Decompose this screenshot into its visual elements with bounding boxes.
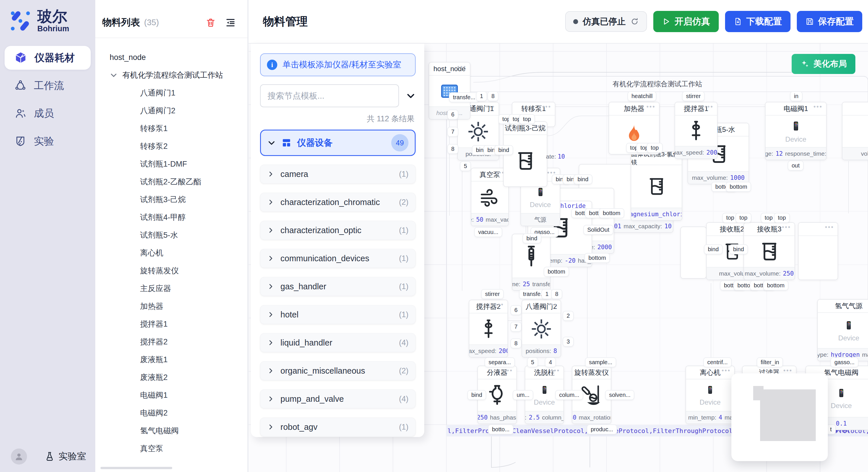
port-pill[interactable]: 5 (528, 358, 538, 367)
minimap[interactable] (732, 373, 828, 461)
template-category-organic-miscellaneous[interactable]: organic_miscellaneous (2) (260, 361, 415, 380)
canvas-node-hidden[interactable] (680, 227, 707, 279)
port-pill[interactable]: bind (730, 245, 747, 254)
tree-item[interactable]: 试剂瓶1-DMF (110, 155, 247, 173)
port-pill[interactable]: top (774, 213, 789, 222)
port-pill[interactable]: stirrer (683, 92, 704, 101)
port-pill[interactable]: produc... (587, 425, 617, 434)
port-pill[interactable]: 3 (563, 337, 573, 346)
search-input[interactable] (260, 84, 399, 107)
port-pill[interactable]: 6 (511, 306, 521, 314)
port-pill[interactable]: 7 (448, 127, 458, 136)
port-pill[interactable]: top (723, 213, 738, 222)
canvas-node-centrifuge[interactable]: 离心机••• Device g:40 min_temp:4 max_spe (685, 366, 735, 424)
node-menu-icon[interactable]: ••• (825, 224, 834, 231)
node-menu-icon[interactable]: ••• (504, 367, 513, 374)
tree-item[interactable]: 废液瓶2 (110, 369, 247, 386)
port-pill[interactable]: bottom (585, 254, 609, 262)
port-pill[interactable]: heatchill (628, 92, 656, 101)
node-menu-icon[interactable]: ••• (646, 103, 656, 110)
sidebar-item-members[interactable]: 成员 (5, 102, 91, 125)
canvas-node-hidden[interactable]: ••• (798, 222, 838, 280)
tree-item[interactable]: 电磁阀2 (110, 404, 247, 422)
sidebar-item-instruments[interactable]: 仪器耗材 (5, 46, 91, 70)
template-category-characterization-optic[interactable]: characterization_optic (1) (260, 221, 415, 240)
port-pill[interactable]: bind (704, 245, 722, 254)
tree-item[interactable]: 八通阀门1 (110, 84, 247, 102)
port-pill[interactable]: 5 (460, 162, 470, 171)
node-menu-icon[interactable]: ••• (813, 103, 823, 110)
port-pill[interactable]: solven... (606, 391, 634, 400)
node-menu-icon[interactable]: ••• (457, 63, 466, 71)
port-pill[interactable]: centrif... (704, 358, 731, 367)
canvas-node-stirrer2[interactable]: 搅拌器2••• max_speed:2000 (469, 300, 508, 358)
node-menu-icon[interactable]: ••• (495, 301, 504, 308)
port-pill[interactable]: top (761, 213, 776, 222)
tree-item[interactable]: 搅拌器2 (110, 333, 247, 351)
port-pill[interactable]: t (827, 425, 835, 434)
sidebar-item-workflow[interactable]: 工作流 (5, 74, 91, 98)
canvas-node-solenoid2[interactable]: voltage:12 (842, 102, 868, 160)
port-pill[interactable]: gasso... (831, 358, 858, 367)
port-pill[interactable]: in (790, 92, 802, 101)
download-config-button[interactable]: 下载配置 (725, 11, 790, 32)
canvas-node-solenoid1[interactable]: 电磁阀1••• Device voltage:12 response_time:… (765, 102, 827, 160)
template-category-pump-and-valve[interactable]: pump_and_valve (4) (260, 390, 415, 408)
port-pill[interactable]: stirrer (482, 290, 503, 299)
port-pill[interactable]: 8 (488, 92, 498, 101)
port-pill[interactable]: bind (468, 391, 486, 400)
port-pill[interactable]: sample... (586, 358, 616, 367)
tree-item[interactable]: 真空泵 (110, 440, 247, 458)
tree-group[interactable]: 有机化学流程综合测试工作站 (110, 66, 247, 84)
port-pill[interactable]: filter_in (757, 358, 782, 367)
port-pill[interactable]: 1 (542, 290, 552, 299)
canvas-node-stirrer1[interactable]: 搅拌器1••• max_speed:2000 (675, 102, 718, 159)
trash-icon[interactable] (206, 18, 216, 28)
start-sim-button[interactable]: 开启仿真 (653, 11, 719, 32)
lab-switcher[interactable]: 实验室 (44, 450, 86, 463)
port-pill[interactable]: top (520, 115, 534, 124)
node-menu-icon[interactable]: ••• (486, 103, 495, 110)
port-pill[interactable]: bottom (599, 209, 624, 217)
canvas-node-h2-source[interactable]: 氢气气源 Device _type:hydrogen max_pre (817, 299, 868, 361)
collapse-panel-icon[interactable] (406, 91, 415, 101)
refresh-icon[interactable] (630, 17, 639, 26)
port-pill[interactable]: top (736, 213, 751, 222)
sidebar-item-experiments[interactable]: 实验 (5, 129, 91, 153)
port-pill[interactable]: vacuu... (475, 228, 502, 237)
port-pill[interactable]: colum... (556, 391, 583, 400)
tree-item[interactable]: 试剂瓶4-甲醇 (110, 208, 247, 226)
tree-item[interactable]: 废液瓶1 (110, 351, 247, 369)
port-pill[interactable]: 8 (552, 290, 562, 299)
port-pill[interactable]: bind (574, 175, 592, 184)
tree-item[interactable]: 电磁阀1 (110, 386, 247, 404)
user-avatar[interactable] (11, 448, 27, 465)
port-pill[interactable]: 6 (448, 110, 458, 119)
beautify-layout-button[interactable]: 美化布局 (792, 54, 856, 74)
node-menu-icon[interactable]: ••• (598, 367, 608, 374)
category-group-instruments[interactable]: 仪器设备 49 (260, 130, 415, 156)
tree-item[interactable]: 搅拌器1 (110, 315, 247, 333)
port-pill[interactable]: 7 (511, 322, 521, 331)
node-menu-icon[interactable]: ••• (542, 103, 551, 110)
tree-item[interactable]: 旋转蒸发仪 (110, 262, 247, 279)
sim-status-badge[interactable]: 仿真已停止 (565, 11, 647, 32)
port-pill[interactable]: out (788, 161, 803, 170)
template-category-camera[interactable]: camera (1) (260, 165, 415, 183)
port-pill[interactable]: botto... (489, 425, 513, 434)
template-category-robot-agv[interactable]: robot_agv (1) (260, 417, 415, 436)
canvas-node-receiver3[interactable]: 接收瓶3••• max_volume:250 (743, 222, 795, 280)
template-category-hotel[interactable]: hotel (1) (260, 305, 415, 324)
port-pill[interactable]: 4 (546, 358, 555, 367)
tree-item[interactable]: 主反应器 (110, 279, 247, 297)
port-pill[interactable]: 8 (448, 144, 458, 154)
canvas-node-solid3[interactable]: 固体试剂瓶3-氯化镁••• agent:magnesium_chloride p… (631, 151, 682, 221)
tree-item[interactable]: 转移泵2 (110, 137, 247, 155)
node-menu-icon[interactable]: ••• (722, 367, 731, 374)
tree-item[interactable]: 试剂瓶2-乙酸乙酯 (110, 173, 247, 191)
port-pill[interactable]: um... (513, 391, 533, 400)
port-pill[interactable]: bottom (726, 182, 751, 191)
port-pill[interactable]: transfe... (450, 93, 479, 102)
port-pill[interactable]: top (647, 143, 662, 152)
tree-item[interactable]: 八通阀门2 (110, 102, 247, 120)
